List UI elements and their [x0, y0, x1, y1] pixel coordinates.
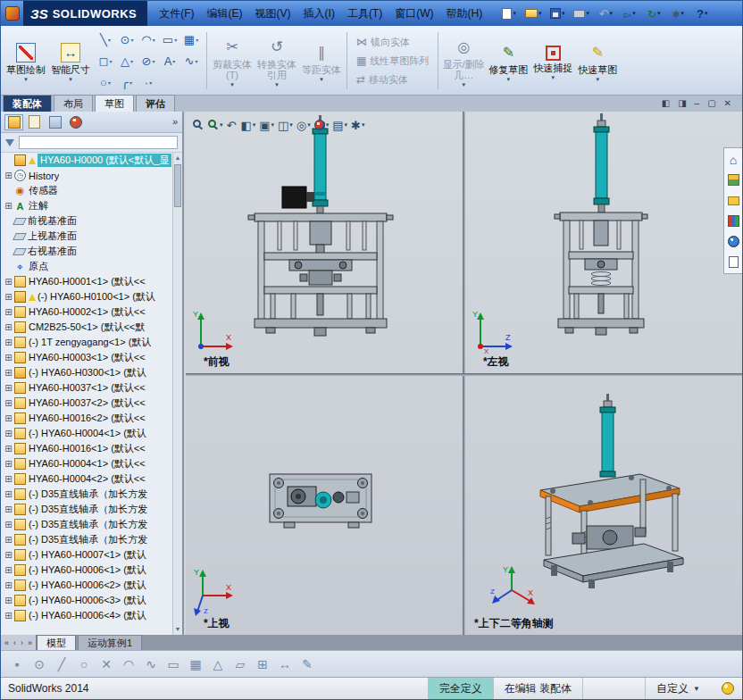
- displaymanager-tab[interactable]: [66, 114, 85, 130]
- grid-snap-icon[interactable]: ⊞: [255, 657, 270, 671]
- command-tab[interactable]: 布局: [54, 95, 93, 112]
- horizontal-splitter[interactable]: [186, 373, 742, 376]
- app-icon[interactable]: [5, 6, 20, 21]
- smart-dimension-button[interactable]: 智能尺寸 ▾: [48, 39, 93, 83]
- menu-item[interactable]: 窗口(W): [388, 1, 439, 26]
- open-document-icon[interactable]: ▾: [522, 4, 545, 23]
- tree-item[interactable]: ⊞ (-) HYA60-H0007<1> (默认: [1, 547, 172, 562]
- spline-tool[interactable]: ∿▾: [180, 50, 202, 71]
- apply-scene-icon[interactable]: ▾: [332, 119, 347, 132]
- expand-icon[interactable]: ⊞: [4, 292, 13, 302]
- dropdown-arrow-icon[interactable]: ▾: [507, 76, 511, 83]
- dropdown-arrow-icon[interactable]: ▾: [108, 37, 111, 43]
- linear-pattern-tool[interactable]: ▦▾: [180, 29, 202, 50]
- tree-item[interactable]: ⊞ HYA60-H0004<1> (默认<<: [1, 456, 172, 471]
- new-document-icon[interactable]: ▾: [497, 4, 521, 23]
- dropdown-arrow-icon[interactable]: ▾: [538, 10, 542, 17]
- linear-sketch-pattern-button[interactable]: ▦ 线性草图阵列: [352, 53, 433, 70]
- menu-item[interactable]: 帮助(H): [440, 1, 489, 26]
- arc-tool-icon[interactable]: ◠: [121, 657, 136, 671]
- dimension-icon[interactable]: ↔: [278, 657, 292, 671]
- zoom-fit-icon[interactable]: [193, 120, 205, 130]
- sketch-button[interactable]: 草图绘制 ▾: [4, 39, 48, 83]
- dropdown-arrow-icon[interactable]: ▾: [326, 121, 330, 129]
- help-icon[interactable]: ▾: [690, 4, 714, 23]
- filter-input[interactable]: [19, 136, 178, 149]
- view-orientation-icon[interactable]: ▾: [259, 119, 274, 132]
- tree-item[interactable]: ⊞ HYA60-H0037<1> (默认<<: [1, 380, 172, 396]
- dropdown-arrow-icon[interactable]: ▾: [586, 10, 589, 17]
- expand-icon[interactable]: ⊞: [4, 565, 13, 575]
- rapid-sketch-button[interactable]: 快速草图 ▾: [575, 39, 620, 83]
- tree-item[interactable]: ⊞ (-) HYA60-H0006<1> (默认: [1, 562, 172, 578]
- erase-tool-icon[interactable]: ✕: [99, 657, 113, 671]
- dropdown-arrow-icon[interactable]: ▾: [345, 121, 348, 129]
- dropdown-arrow-icon[interactable]: ▾: [681, 10, 685, 17]
- line-tool[interactable]: ╲▾: [95, 29, 116, 50]
- command-tab[interactable]: 草图: [95, 95, 134, 112]
- featuremanager-tab[interactable]: [4, 114, 23, 130]
- dropdown-arrow-icon[interactable]: ▾: [562, 10, 565, 17]
- tree-scrollbar[interactable]: ▲ ▼: [172, 153, 182, 635]
- tree-item[interactable]: ⊞ (-) HYA60-H0006<4> (默认: [1, 608, 172, 623]
- circle-tool-icon[interactable]: ○: [77, 657, 91, 671]
- tree-item[interactable]: 右视基准面: [1, 244, 172, 259]
- last-tab-button[interactable]: »: [28, 638, 32, 647]
- study-tab[interactable]: 运动算例1: [78, 635, 142, 650]
- tree-item[interactable]: ⊞ 注解: [1, 198, 172, 213]
- trim-entities-button[interactable]: 剪裁实体(T) ▾: [210, 34, 255, 88]
- dropdown-arrow-icon[interactable]: ▾: [463, 81, 466, 88]
- tree-item[interactable]: ⊞ (-) HYA60-H0300<1> (默认: [1, 365, 172, 380]
- expand-icon[interactable]: ⊞: [4, 201, 13, 211]
- dropdown-arrow-icon[interactable]: ▾: [195, 58, 197, 64]
- view-palette-icon[interactable]: [727, 214, 740, 228]
- dropdown-arrow-icon[interactable]: ▾: [130, 58, 133, 64]
- rectangle-tool-icon[interactable]: ▭: [166, 657, 180, 671]
- dropdown-arrow-icon[interactable]: ▾: [597, 76, 600, 83]
- tree-item[interactable]: ⊞ HYA60-H0003<1> (默认<<: [1, 350, 172, 365]
- print-icon[interactable]: ▾: [570, 4, 593, 23]
- first-tab-button[interactable]: «: [4, 638, 9, 647]
- viewport-pane-left[interactable]: Y Z X *左视: [465, 112, 742, 373]
- pane-split-right-icon[interactable]: ◨: [678, 99, 686, 108]
- command-tab[interactable]: 装配体: [3, 95, 52, 112]
- polygon-tool[interactable]: △▾: [116, 50, 138, 71]
- undo-icon[interactable]: ▾: [594, 4, 617, 23]
- text-tool[interactable]: A▾: [159, 50, 180, 71]
- tree-item[interactable]: ⊞ (-) D35直线轴承（加长方发: [1, 532, 172, 547]
- display-style-icon[interactable]: ▾: [278, 119, 293, 132]
- expand-icon[interactable]: ⊞: [4, 520, 13, 529]
- expand-icon[interactable]: ⊞: [4, 504, 13, 514]
- viewport-pane-isometric[interactable]: Y X Z *上下二等角轴测: [465, 376, 742, 635]
- dropdown-arrow-icon[interactable]: ▾: [108, 79, 111, 86]
- offset-entities-button[interactable]: 等距实体 ▾: [299, 39, 344, 83]
- tree-item[interactable]: 原点: [1, 259, 172, 274]
- tree-item[interactable]: 传感器: [1, 183, 172, 198]
- view-settings-icon[interactable]: ▾: [351, 119, 364, 132]
- dropdown-arrow-icon[interactable]: ▾: [320, 76, 323, 83]
- dropdown-arrow-icon[interactable]: ▾: [149, 79, 152, 86]
- dropdown-arrow-icon[interactable]: ▾: [24, 76, 28, 83]
- expand-icon[interactable]: ⊞: [4, 444, 13, 454]
- dropdown-arrow-icon[interactable]: ▾: [153, 37, 155, 43]
- filter-funnel-icon[interactable]: [5, 139, 14, 146]
- circle-center-tool-icon[interactable]: ⊙: [32, 657, 46, 671]
- prev-tab-button[interactable]: ‹: [13, 638, 16, 647]
- dropdown-arrow-icon[interactable]: ▾: [152, 58, 154, 64]
- scroll-up-icon[interactable]: ▲: [173, 153, 182, 163]
- dropdown-arrow-icon[interactable]: ▾: [196, 37, 198, 43]
- tree-item[interactable]: ⊞ HYA60-H0004<2> (默认<<: [1, 471, 172, 487]
- tree-item[interactable]: ⊞ (-) HYA60-H0006<3> (默认: [1, 593, 172, 608]
- custom-properties-icon[interactable]: [727, 255, 740, 269]
- arc-tool[interactable]: ◠▾: [138, 29, 159, 50]
- parallelogram-tool-icon[interactable]: ▱: [233, 657, 247, 671]
- dropdown-arrow-icon[interactable]: ▾: [289, 121, 293, 129]
- move-entities-button[interactable]: ⇄ 移动实体: [352, 71, 433, 88]
- dropdown-arrow-icon[interactable]: ▾: [172, 58, 175, 64]
- expand-icon[interactable]: ⊞: [4, 580, 13, 590]
- rectangle-tool[interactable]: ▭▾: [159, 29, 180, 50]
- minimize-window-icon[interactable]: –: [695, 99, 700, 108]
- close-window-icon[interactable]: ✕: [724, 99, 731, 108]
- tree-item[interactable]: HYA60-H0000 (默认<默认_显: [1, 153, 172, 168]
- dropdown-arrow-icon[interactable]: ▾: [69, 76, 72, 83]
